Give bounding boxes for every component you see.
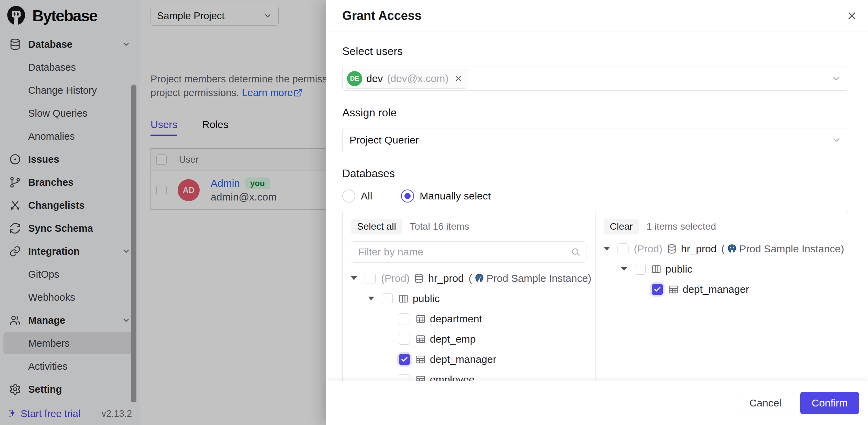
select-users-input[interactable]: DE dev (dev@x.com) <box>342 67 848 91</box>
chevron-down-icon <box>831 73 842 84</box>
modal-header: Grant Access <box>326 0 868 32</box>
grant-access-modal: Grant Access Select users DE dev (dev@x.… <box>326 0 868 425</box>
confirm-button[interactable]: Confirm <box>800 392 859 414</box>
checkbox[interactable] <box>365 273 376 284</box>
radio-manually-select[interactable]: Manually select <box>401 189 491 203</box>
schema-icon <box>398 294 409 304</box>
modal-body: Select users DE dev (dev@x.com) Assign r… <box>326 32 868 417</box>
checkbox-checked[interactable] <box>652 284 663 295</box>
caret-down-icon[interactable] <box>604 247 610 251</box>
close-icon[interactable] <box>846 10 858 22</box>
table-icon <box>415 354 426 365</box>
caret-down-icon[interactable] <box>351 276 357 280</box>
select-all-button[interactable]: Select all <box>351 219 402 234</box>
checkbox-checked[interactable] <box>399 354 410 365</box>
checkbox[interactable] <box>399 313 410 324</box>
table-icon <box>415 314 426 324</box>
radio-all[interactable]: All <box>342 189 372 203</box>
checkbox[interactable] <box>382 293 393 304</box>
database-icon <box>667 244 677 254</box>
cancel-button[interactable]: Cancel <box>737 392 794 414</box>
select-users-label: Select users <box>342 45 848 58</box>
source-tree: (Prod) hr_prod ( Prod Sample Instance) <box>351 268 587 390</box>
checkbox[interactable] <box>399 334 410 345</box>
filter-input[interactable] <box>357 246 567 258</box>
schema-icon <box>651 264 661 274</box>
tree-row-table[interactable]: department <box>351 309 587 329</box>
tree-row-schema[interactable]: public <box>351 288 587 309</box>
checkbox[interactable] <box>617 243 628 254</box>
caret-down-icon[interactable] <box>368 297 374 300</box>
search-icon <box>571 247 580 257</box>
modal-title: Grant Access <box>342 9 422 23</box>
selected-count: 1 items selected <box>646 221 716 232</box>
tree-row-table[interactable]: dept_manager <box>351 349 587 369</box>
caret-down-icon[interactable] <box>621 267 627 271</box>
tree-row-table[interactable]: dept_manager <box>604 279 840 299</box>
tree-row-instance[interactable]: (Prod) hr_prod ( Prod Sample Instance) <box>604 239 840 259</box>
radio-circle-selected[interactable] <box>401 189 414 203</box>
radio-circle[interactable] <box>342 189 355 203</box>
clear-button[interactable]: Clear <box>604 219 639 234</box>
database-icon <box>414 273 424 284</box>
checkbox[interactable] <box>635 264 646 275</box>
postgres-icon <box>727 244 737 254</box>
user-chip: DE dev (dev@x.com) <box>345 69 467 89</box>
remove-user-icon[interactable] <box>454 74 463 83</box>
postgres-icon <box>474 273 485 284</box>
tree-row-schema[interactable]: public <box>604 259 840 279</box>
selected-tree: (Prod) hr_prod ( Prod Sample Instance) <box>604 239 840 299</box>
tree-row-table[interactable]: dept_emp <box>351 329 587 349</box>
chevron-down-icon <box>831 135 842 145</box>
total-count: Total 16 items <box>410 221 469 232</box>
instance-label: ( Prod Sample Instance) <box>721 243 844 255</box>
database-scope-radios: All Manually select <box>342 189 848 203</box>
databases-label: Databases <box>342 167 848 180</box>
table-icon <box>415 334 426 344</box>
avatar: DE <box>347 71 362 86</box>
modal-footer: Cancel Confirm <box>326 381 868 425</box>
role-select[interactable]: Project Querier <box>342 128 848 152</box>
instance-label: ( Prod Sample Instance) <box>469 273 591 284</box>
filter-box <box>351 241 587 263</box>
tree-row-instance[interactable]: (Prod) hr_prod ( Prod Sample Instance) <box>351 268 587 288</box>
assign-role-label: Assign role <box>342 106 848 119</box>
table-icon <box>668 284 679 295</box>
